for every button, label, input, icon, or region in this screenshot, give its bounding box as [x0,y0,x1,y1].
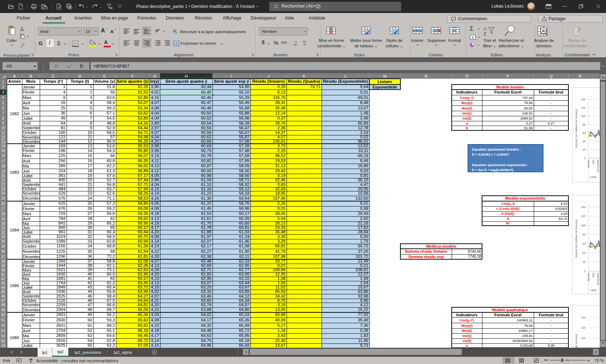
svg-text:0: 0 [584,270,586,273]
svg-text:Z: Z [483,31,486,36]
svg-text:1982: 1982 [590,289,597,292]
svg-text:100: 100 [581,224,586,227]
svg-text:0: 0 [584,157,586,160]
svg-text:100: 100 [581,337,586,340]
svg-text:80: 80 [583,123,586,126]
svg-text:60: 60 [583,131,586,135]
svg-text:,00: ,00 [293,43,297,46]
svg-text:Volume (en milliers de tonnes): Volume (en milliers de tonnes) [575,334,578,348]
svg-text:40: 40 [583,251,586,255]
svg-text:Volume (en milliers de tonnes): Volume (en milliers de tonnes) [575,109,578,148]
svg-text:120: 120 [581,106,586,109]
svg-text:120: 120 [581,326,586,329]
svg-text:Novembre: Novembre [596,273,599,285]
svg-text:140: 140 [581,205,586,209]
svg-text:80: 80 [583,233,586,236]
svg-text:Volume (en milliers de tonnes): Volume (en milliers de tonnes) [575,220,578,259]
svg-text:20: 20 [583,260,586,264]
svg-text:ab: ab [155,29,159,32]
svg-text:Juin: Juin [592,273,595,278]
svg-text:140: 140 [581,98,586,101]
svg-text:120: 120 [581,214,586,218]
svg-text:100: 100 [581,114,586,118]
svg-text:Juin: Juin [592,160,595,165]
svg-text:20: 20 [583,148,586,151]
svg-text:1982: 1982 [590,176,597,179]
svg-text:Novembre: Novembre [596,160,599,172]
svg-text:A: A [483,26,487,31]
svg-text:→0: →0 [301,43,306,46]
svg-text:60: 60 [583,242,586,245]
svg-text:140: 140 [581,316,586,319]
svg-text:Janvier: Janvier [587,273,590,282]
svg-text:ab: ab [173,29,176,32]
svg-text:40: 40 [583,140,586,143]
svg-text:Janvier: Janvier [587,160,590,169]
